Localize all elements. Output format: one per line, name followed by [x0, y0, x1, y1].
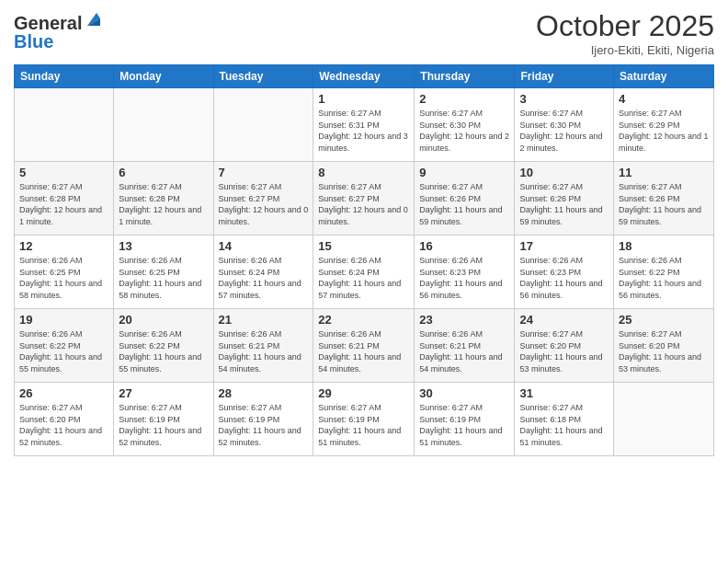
calendar-cell: 15Sunrise: 6:26 AMSunset: 6:24 PMDayligh…	[313, 236, 415, 309]
day-number: 17	[519, 239, 609, 253]
logo: General Blue	[14, 9, 104, 52]
day-info: Sunrise: 6:27 AMSunset: 6:30 PMDaylight:…	[519, 108, 609, 154]
day-number: 16	[419, 239, 509, 253]
calendar-cell: 4Sunrise: 6:27 AMSunset: 6:29 PMDaylight…	[614, 88, 714, 162]
day-info: Sunrise: 6:27 AMSunset: 6:26 PMDaylight:…	[619, 181, 709, 227]
calendar-day-header: Saturday	[614, 65, 714, 88]
calendar-day-header: Monday	[114, 65, 213, 88]
day-number: 5	[19, 166, 108, 179]
calendar-cell: 9Sunrise: 6:27 AMSunset: 6:26 PMDaylight…	[415, 162, 515, 236]
day-number: 30	[419, 386, 509, 400]
calendar-cell: 26Sunrise: 6:27 AMSunset: 6:20 PMDayligh…	[15, 383, 114, 456]
calendar-cell: 12Sunrise: 6:26 AMSunset: 6:25 PMDayligh…	[15, 236, 114, 309]
calendar-cell: 5Sunrise: 6:27 AMSunset: 6:28 PMDaylight…	[15, 162, 114, 236]
calendar-cell: 2Sunrise: 6:27 AMSunset: 6:30 PMDaylight…	[415, 88, 515, 162]
day-number: 27	[119, 386, 208, 400]
day-info: Sunrise: 6:27 AMSunset: 6:28 PMDaylight:…	[19, 181, 108, 227]
calendar-cell: 23Sunrise: 6:26 AMSunset: 6:21 PMDayligh…	[415, 309, 515, 383]
calendar-cell: 8Sunrise: 6:27 AMSunset: 6:27 PMDaylight…	[313, 162, 415, 236]
calendar-cell: 31Sunrise: 6:27 AMSunset: 6:18 PMDayligh…	[515, 383, 614, 456]
day-info: Sunrise: 6:26 AMSunset: 6:22 PMDaylight:…	[619, 255, 709, 301]
day-number: 7	[219, 166, 309, 179]
day-info: Sunrise: 6:27 AMSunset: 6:27 PMDaylight:…	[318, 181, 409, 227]
day-number: 8	[318, 166, 409, 179]
day-info: Sunrise: 6:27 AMSunset: 6:19 PMDaylight:…	[419, 402, 509, 448]
day-number: 13	[119, 239, 208, 253]
calendar-cell: 30Sunrise: 6:27 AMSunset: 6:19 PMDayligh…	[415, 383, 515, 456]
day-info: Sunrise: 6:27 AMSunset: 6:20 PMDaylight:…	[19, 402, 108, 448]
calendar-cell	[114, 88, 213, 162]
calendar-cell: 13Sunrise: 6:26 AMSunset: 6:25 PMDayligh…	[114, 236, 213, 309]
calendar-cell: 18Sunrise: 6:26 AMSunset: 6:22 PMDayligh…	[614, 236, 714, 309]
calendar-cell: 29Sunrise: 6:27 AMSunset: 6:19 PMDayligh…	[313, 383, 415, 456]
day-info: Sunrise: 6:27 AMSunset: 6:26 PMDaylight:…	[519, 181, 609, 227]
day-number: 12	[19, 239, 108, 253]
day-info: Sunrise: 6:27 AMSunset: 6:19 PMDaylight:…	[318, 402, 409, 448]
calendar-header-row: SundayMondayTuesdayWednesdayThursdayFrid…	[15, 65, 714, 88]
day-number: 29	[318, 386, 409, 400]
day-info: Sunrise: 6:27 AMSunset: 6:20 PMDaylight:…	[519, 328, 609, 374]
day-info: Sunrise: 6:26 AMSunset: 6:22 PMDaylight:…	[19, 328, 108, 374]
day-info: Sunrise: 6:27 AMSunset: 6:28 PMDaylight:…	[119, 181, 208, 227]
day-info: Sunrise: 6:26 AMSunset: 6:22 PMDaylight:…	[119, 328, 208, 374]
calendar-day-header: Friday	[515, 65, 614, 88]
calendar-cell: 24Sunrise: 6:27 AMSunset: 6:20 PMDayligh…	[515, 309, 614, 383]
calendar-week-row: 19Sunrise: 6:26 AMSunset: 6:22 PMDayligh…	[15, 309, 714, 383]
day-info: Sunrise: 6:27 AMSunset: 6:19 PMDaylight:…	[119, 402, 208, 448]
logo-icon	[84, 9, 104, 29]
day-number: 6	[119, 166, 208, 179]
calendar-cell: 22Sunrise: 6:26 AMSunset: 6:21 PMDayligh…	[313, 309, 415, 383]
day-number: 25	[619, 313, 709, 327]
day-number: 4	[619, 92, 709, 106]
day-number: 23	[419, 313, 509, 327]
calendar-cell: 7Sunrise: 6:27 AMSunset: 6:27 PMDaylight…	[213, 162, 313, 236]
day-info: Sunrise: 6:27 AMSunset: 6:26 PMDaylight:…	[419, 181, 509, 227]
calendar-cell: 3Sunrise: 6:27 AMSunset: 6:30 PMDaylight…	[515, 88, 614, 162]
day-info: Sunrise: 6:26 AMSunset: 6:25 PMDaylight:…	[119, 255, 208, 301]
day-number: 22	[318, 313, 409, 327]
day-info: Sunrise: 6:27 AMSunset: 6:31 PMDaylight:…	[318, 108, 409, 154]
day-number: 1	[318, 92, 409, 106]
month-title: October 2025	[536, 9, 714, 43]
day-number: 3	[519, 92, 609, 106]
calendar-week-row: 5Sunrise: 6:27 AMSunset: 6:28 PMDaylight…	[15, 162, 714, 236]
day-info: Sunrise: 6:26 AMSunset: 6:24 PMDaylight:…	[318, 255, 409, 301]
logo-blue: Blue	[14, 31, 104, 52]
day-number: 19	[19, 313, 108, 327]
day-info: Sunrise: 6:26 AMSunset: 6:25 PMDaylight:…	[19, 255, 108, 301]
calendar-cell: 17Sunrise: 6:26 AMSunset: 6:23 PMDayligh…	[515, 236, 614, 309]
calendar-cell: 27Sunrise: 6:27 AMSunset: 6:19 PMDayligh…	[114, 383, 213, 456]
day-info: Sunrise: 6:27 AMSunset: 6:19 PMDaylight:…	[219, 402, 309, 448]
day-info: Sunrise: 6:26 AMSunset: 6:21 PMDaylight:…	[419, 328, 509, 374]
calendar-week-row: 12Sunrise: 6:26 AMSunset: 6:25 PMDayligh…	[15, 236, 714, 309]
calendar-cell: 6Sunrise: 6:27 AMSunset: 6:28 PMDaylight…	[114, 162, 213, 236]
day-info: Sunrise: 6:26 AMSunset: 6:23 PMDaylight:…	[419, 255, 509, 301]
calendar-cell: 19Sunrise: 6:26 AMSunset: 6:22 PMDayligh…	[15, 309, 114, 383]
day-info: Sunrise: 6:27 AMSunset: 6:18 PMDaylight:…	[519, 402, 609, 448]
calendar-cell: 11Sunrise: 6:27 AMSunset: 6:26 PMDayligh…	[614, 162, 714, 236]
day-number: 28	[219, 386, 309, 400]
day-info: Sunrise: 6:26 AMSunset: 6:21 PMDaylight:…	[219, 328, 309, 374]
calendar-cell: 20Sunrise: 6:26 AMSunset: 6:22 PMDayligh…	[114, 309, 213, 383]
day-number: 26	[19, 386, 108, 400]
day-number: 18	[619, 239, 709, 253]
location: Ijero-Ekiti, Ekiti, Nigeria	[536, 43, 714, 57]
day-info: Sunrise: 6:27 AMSunset: 6:27 PMDaylight:…	[219, 181, 309, 227]
calendar-cell: 1Sunrise: 6:27 AMSunset: 6:31 PMDaylight…	[313, 88, 415, 162]
calendar-cell	[614, 383, 714, 456]
calendar-day-header: Thursday	[415, 65, 515, 88]
calendar-day-header: Tuesday	[213, 65, 313, 88]
calendar-day-header: Wednesday	[313, 65, 415, 88]
calendar-cell: 28Sunrise: 6:27 AMSunset: 6:19 PMDayligh…	[213, 383, 313, 456]
calendar-week-row: 1Sunrise: 6:27 AMSunset: 6:31 PMDaylight…	[15, 88, 714, 162]
title-section: October 2025 Ijero-Ekiti, Ekiti, Nigeria	[536, 9, 714, 57]
calendar-cell: 25Sunrise: 6:27 AMSunset: 6:20 PMDayligh…	[614, 309, 714, 383]
day-number: 11	[619, 166, 709, 179]
calendar-cell: 21Sunrise: 6:26 AMSunset: 6:21 PMDayligh…	[213, 309, 313, 383]
day-number: 21	[219, 313, 309, 327]
day-number: 31	[519, 386, 609, 400]
calendar-table: SundayMondayTuesdayWednesdayThursdayFrid…	[14, 64, 714, 456]
calendar-cell	[15, 88, 114, 162]
day-info: Sunrise: 6:26 AMSunset: 6:23 PMDaylight:…	[519, 255, 609, 301]
day-number: 14	[219, 239, 309, 253]
